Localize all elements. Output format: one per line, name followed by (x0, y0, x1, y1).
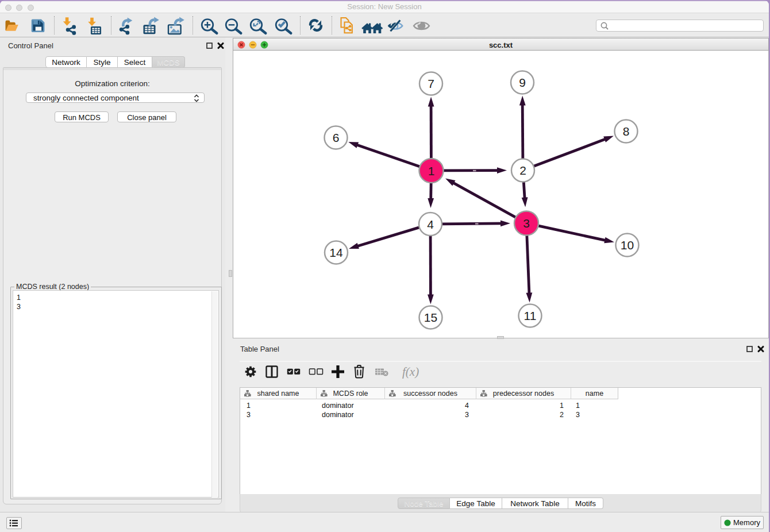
svg-text:3: 3 (523, 217, 530, 230)
svg-text:14: 14 (329, 246, 343, 259)
svg-text:f(x): f(x) (402, 365, 419, 379)
svg-text:6: 6 (333, 131, 340, 144)
svg-text:1: 1 (428, 164, 435, 178)
svg-text:10: 10 (621, 238, 634, 252)
svg-text:7: 7 (428, 77, 434, 90)
svg-text:15: 15 (424, 311, 437, 324)
svg-text:4: 4 (427, 218, 434, 231)
svg-text:2: 2 (519, 164, 526, 177)
svg-text:9: 9 (519, 76, 526, 89)
svg-text:11: 11 (524, 309, 537, 322)
svg-text:8: 8 (623, 125, 630, 138)
